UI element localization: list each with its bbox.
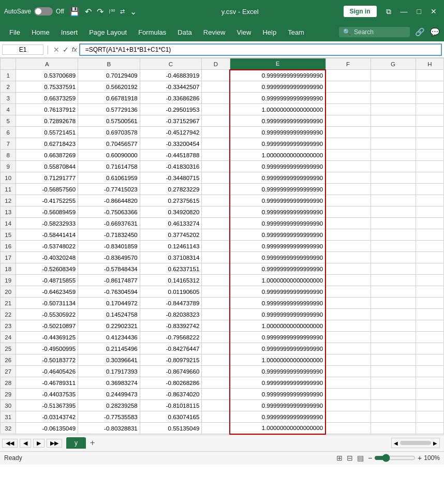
tab-scroll-left[interactable]: ◀◀: [2, 439, 18, 448]
cell-g[interactable]: [371, 172, 416, 184]
cell-e[interactable]: 0.99999999999999990: [230, 138, 325, 150]
cell-e[interactable]: 0.99999999999999990: [230, 70, 325, 81]
cell-a[interactable]: 0.76137912: [16, 104, 78, 115]
cell-e[interactable]: 0.99999999999999990: [230, 252, 325, 263]
cell-e[interactable]: 0.99999999999999990: [230, 172, 325, 184]
cell-e[interactable]: 1.00000000000000000: [230, 150, 325, 161]
cell-g[interactable]: [371, 229, 416, 241]
cell-g[interactable]: [371, 150, 416, 161]
cell-a[interactable]: 0.53700689: [16, 70, 78, 81]
cell-a[interactable]: 0.72892678: [16, 115, 78, 127]
cell-f[interactable]: [325, 150, 371, 161]
zoom-slider[interactable]: [374, 454, 416, 462]
zoom-out-icon[interactable]: −: [368, 454, 372, 462]
cell-f[interactable]: [325, 218, 371, 229]
zoom-in-icon[interactable]: +: [418, 454, 422, 462]
cell-h[interactable]: [416, 70, 443, 81]
cell-f[interactable]: [325, 229, 371, 241]
cell-f[interactable]: [325, 70, 371, 81]
cell-g[interactable]: [371, 206, 416, 218]
cell-d[interactable]: [202, 343, 230, 354]
cell-h[interactable]: [416, 195, 443, 206]
cell-d[interactable]: [202, 354, 230, 366]
cell-g[interactable]: [371, 138, 416, 150]
cell-a[interactable]: -0.58232933: [16, 218, 78, 229]
cell-h[interactable]: [416, 229, 443, 241]
cell-h[interactable]: [416, 184, 443, 195]
cell-f[interactable]: [325, 366, 371, 377]
cell-e[interactable]: 0.99999999999999990: [230, 343, 325, 354]
menu-view[interactable]: View: [231, 26, 256, 38]
cell-c[interactable]: 0.01190605: [140, 286, 202, 298]
restore-button[interactable]: ⧉: [383, 7, 394, 16]
cell-d[interactable]: [202, 70, 230, 81]
cell-d[interactable]: [202, 411, 230, 423]
cell-h[interactable]: [416, 172, 443, 184]
cell-g[interactable]: [371, 70, 416, 81]
cell-d[interactable]: [202, 115, 230, 127]
cell-d[interactable]: [202, 127, 230, 138]
cell-d[interactable]: [202, 320, 230, 332]
cell-d[interactable]: [202, 195, 230, 206]
cell-c[interactable]: 0.55135049: [140, 423, 202, 434]
cell-g[interactable]: [371, 298, 416, 309]
cell-f[interactable]: [325, 377, 371, 389]
cell-g[interactable]: [371, 411, 416, 423]
cell-c[interactable]: -0.33200454: [140, 138, 202, 150]
arrow-icon[interactable]: ⇄: [120, 8, 125, 15]
cell-d[interactable]: [202, 218, 230, 229]
cell-f[interactable]: [325, 354, 371, 366]
cell-d[interactable]: [202, 286, 230, 298]
cell-e[interactable]: 1.00000000000000000: [230, 320, 325, 332]
cell-c[interactable]: 0.14165312: [140, 275, 202, 286]
sheet-tab-y[interactable]: y: [66, 437, 86, 449]
cell-a[interactable]: -0.06135049: [16, 423, 78, 434]
cell-b[interactable]: -0.77415023: [78, 184, 140, 195]
cell-b[interactable]: -0.77535583: [78, 411, 140, 423]
cell-b[interactable]: -0.83401859: [78, 241, 140, 252]
cell-a[interactable]: -0.58441414: [16, 229, 78, 241]
cell-c[interactable]: -0.80979215: [140, 354, 202, 366]
undo-icon[interactable]: ↶: [85, 7, 92, 17]
cell-h[interactable]: [416, 366, 443, 377]
cell-g[interactable]: [371, 252, 416, 263]
menu-home[interactable]: Home: [26, 26, 55, 38]
tab-scroll-prev[interactable]: ◀: [20, 439, 31, 448]
cell-h[interactable]: [416, 377, 443, 389]
cell-c[interactable]: -0.84276447: [140, 343, 202, 354]
cell-b[interactable]: 0.57729136: [78, 104, 140, 115]
cell-a[interactable]: 0.66387269: [16, 150, 78, 161]
menu-insert[interactable]: Insert: [56, 26, 83, 38]
menu-data[interactable]: Data: [172, 26, 197, 38]
cell-a[interactable]: 0.66373259: [16, 93, 78, 104]
cell-e[interactable]: 0.99999999999999990: [230, 309, 325, 320]
cell-d[interactable]: [202, 275, 230, 286]
cell-d[interactable]: [202, 389, 230, 400]
cell-a[interactable]: -0.50183772: [16, 354, 78, 366]
cell-f[interactable]: [325, 275, 371, 286]
more-icon[interactable]: ⌄: [130, 7, 137, 17]
cell-c[interactable]: -0.86374020: [140, 389, 202, 400]
cell-d[interactable]: [202, 229, 230, 241]
share-icon[interactable]: 🔗: [415, 27, 425, 37]
cell-e[interactable]: 0.99999999999999990: [230, 241, 325, 252]
col-header-e[interactable]: E: [230, 58, 325, 70]
cell-a[interactable]: -0.52608349: [16, 263, 78, 275]
cell-c[interactable]: -0.46883919: [140, 70, 202, 81]
cell-f[interactable]: [325, 298, 371, 309]
cell-b[interactable]: 0.70456577: [78, 138, 140, 150]
cell-h[interactable]: [416, 343, 443, 354]
cell-a[interactable]: 0.55870844: [16, 161, 78, 172]
cell-d[interactable]: [202, 81, 230, 93]
cell-c[interactable]: -0.84473789: [140, 298, 202, 309]
cell-c[interactable]: -0.82038323: [140, 309, 202, 320]
comment-icon[interactable]: 💬: [430, 27, 440, 37]
cell-g[interactable]: [371, 377, 416, 389]
normal-view-icon[interactable]: ▤: [357, 454, 364, 462]
cell-d[interactable]: [202, 150, 230, 161]
cell-f[interactable]: [325, 411, 371, 423]
cell-d[interactable]: [202, 263, 230, 275]
cell-b[interactable]: -0.76304594: [78, 286, 140, 298]
cell-e[interactable]: 0.99999999999999990: [230, 81, 325, 93]
col-header-h[interactable]: H: [416, 58, 443, 70]
